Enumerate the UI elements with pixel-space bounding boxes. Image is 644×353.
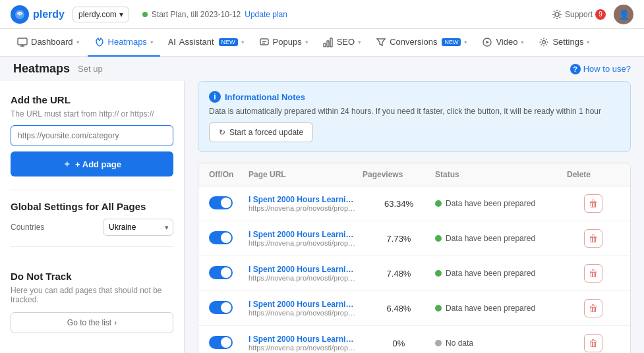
row-status-cell-4: No data — [435, 339, 567, 348]
nav-item-video[interactable]: Video ▾ — [475, 29, 531, 57]
help-label: How to use? — [583, 64, 631, 74]
add-page-label: + Add page — [75, 159, 121, 169]
nav-dropdown-icon: ▾ — [587, 39, 590, 45]
svg-point-1 — [19, 13, 21, 15]
trash-icon-2[interactable]: 🗑 — [584, 264, 602, 283]
row-pageviews-1: 7.73% — [363, 234, 435, 244]
assistant-badge: NEW — [219, 38, 238, 46]
nav-dropdown-icon: ▾ — [241, 39, 245, 45]
add-page-button[interactable]: ＋ + Add page — [11, 151, 173, 176]
flame-icon — [94, 37, 105, 47]
row-status-text-3: Data have been prepared — [446, 304, 535, 313]
row-url-cell: I Spent 2000 Hours Learning How To Learn… — [249, 335, 363, 352]
row-delete-btn-4[interactable]: 🗑 — [567, 334, 620, 352]
support-button[interactable]: Support 9 — [552, 9, 606, 20]
nav-item-popups[interactable]: Popups ▾ — [252, 29, 315, 57]
force-update-label: Start a forced update — [229, 128, 303, 137]
row-delete-btn-0[interactable]: 🗑 — [567, 194, 620, 213]
avatar[interactable]: 👤 — [614, 5, 633, 24]
row-status-cell-2: Data have been prepared — [435, 269, 567, 278]
row-status-dot-3 — [435, 305, 442, 312]
countries-label: Countries — [11, 223, 44, 232]
nav-label-popups: Popups — [273, 37, 302, 47]
setup-link[interactable]: Set up — [78, 64, 103, 74]
row-url-cell: I Spent 2000 Hours Learning How To Learn… — [249, 195, 363, 212]
update-plan-link[interactable]: Update plan — [245, 10, 287, 19]
row-toggle-cell — [209, 231, 249, 246]
row-toggle-2[interactable] — [209, 266, 233, 279]
row-toggle-cell — [209, 336, 249, 351]
row-url-cell: I Spent 2000 Hours Learning How To Learn… — [249, 265, 363, 282]
help-link[interactable]: ? How to use? — [570, 64, 631, 74]
trash-icon-3[interactable]: 🗑 — [584, 299, 602, 317]
nav-label-assistant: Assistant — [179, 37, 214, 47]
page-layout: Add the URL The URL must start from http… — [0, 81, 644, 353]
nav-label-heatmaps: Heatmaps — [108, 37, 147, 47]
main-nav: Dashboard ▾ Heatmaps ▾ AI Assistant NEW … — [0, 29, 644, 57]
countries-select[interactable]: Ukraine United States Germany France — [103, 219, 173, 236]
nav-label-video: Video — [496, 37, 517, 47]
row-status-dot-0 — [435, 200, 442, 207]
trash-icon-1[interactable]: 🗑 — [584, 229, 602, 248]
nav-item-dashboard[interactable]: Dashboard ▾ — [11, 29, 86, 57]
do-not-track-section: Do Not Track Here you can add pages that… — [11, 260, 173, 333]
table-row: I Spent 2000 Hours Learning How To Learn… — [198, 291, 630, 326]
table-row: I Spent 2000 Hours Learning How To Learn… — [198, 256, 630, 291]
row-toggle-cell — [209, 301, 249, 316]
goto-list-label: Go to the list — [67, 318, 111, 327]
nav-dropdown-icon: ▾ — [150, 39, 154, 45]
nav-item-assistant[interactable]: AI Assistant NEW ▾ — [161, 29, 251, 57]
site-selector[interactable]: plerdy.com ▾ — [73, 7, 129, 22]
row-toggle-4[interactable] — [209, 336, 233, 349]
row-delete-btn-2[interactable]: 🗑 — [567, 264, 620, 283]
nav-item-settings[interactable]: Settings ▾ — [532, 29, 597, 57]
info-text: Data is automatically prepared within 24… — [209, 107, 620, 116]
table-header: Off/On Page URL Pageviews Status Delete — [198, 163, 630, 186]
countries-select-wrap: Ukraine United States Germany France — [103, 219, 173, 236]
col-header-status: Status — [435, 170, 567, 179]
row-page-url-2: https://novena.pro/novosti/propal-rezhim… — [249, 274, 356, 282]
nav-dropdown-icon: ▾ — [521, 39, 524, 45]
table-row: I Spent 2000 Hours Learning How To Learn… — [198, 186, 630, 221]
col-header-toggle: Off/On — [209, 170, 249, 179]
info-icon: i — [209, 91, 221, 103]
row-page-link-4[interactable]: I Spent 2000 Hours Learning How To Learn… — [249, 335, 356, 344]
row-toggle-1[interactable] — [209, 231, 233, 244]
nav-item-conversions[interactable]: Conversions NEW ▾ — [369, 29, 474, 57]
url-input[interactable] — [11, 125, 173, 146]
row-page-url-0: https://novena.pro/novosti/propal-rezhim… — [249, 204, 356, 212]
row-pageviews-3: 6.48% — [363, 304, 435, 313]
nav-item-heatmaps[interactable]: Heatmaps ▾ — [88, 29, 160, 57]
force-update-button[interactable]: ↻ Start a forced update — [209, 122, 313, 142]
row-page-link-0[interactable]: I Spent 2000 Hours Learning How To Learn… — [249, 195, 356, 204]
row-delete-btn-1[interactable]: 🗑 — [567, 229, 620, 248]
nav-dropdown-icon: ▾ — [76, 39, 80, 45]
page-title: Heatmaps — [13, 62, 70, 76]
nav-dropdown-icon: ▾ — [358, 39, 361, 45]
funnel-icon — [376, 37, 386, 47]
trash-icon-4[interactable]: 🗑 — [584, 334, 602, 352]
row-page-link-2[interactable]: I Spent 2000 Hours Learning How To Learn… — [249, 265, 356, 274]
svg-rect-7 — [330, 38, 332, 47]
video-icon — [482, 37, 492, 47]
table-row: I Spent 2000 Hours Learning How To Learn… — [198, 221, 630, 256]
trash-icon-0[interactable]: 🗑 — [584, 194, 602, 213]
dnt-title: Do Not Track — [11, 271, 173, 282]
goto-list-button[interactable]: Go to the list › — [11, 312, 173, 333]
row-delete-btn-3[interactable]: 🗑 — [567, 299, 620, 317]
help-icon: ? — [570, 64, 581, 74]
row-status-text-0: Data have been prepared — [446, 199, 535, 208]
refresh-icon: ↻ — [219, 128, 225, 137]
svg-rect-3 — [18, 38, 27, 45]
row-toggle-0[interactable] — [209, 196, 233, 209]
plan-info: Start Plan, till 2023-10-12 Update plan — [142, 10, 287, 19]
row-page-link-1[interactable]: I Spent 2000 Hours Learning How To Learn… — [249, 230, 356, 239]
nav-item-seo[interactable]: SEO ▾ — [316, 29, 368, 57]
global-settings-section: Global Settings for All Pages Countries … — [11, 190, 173, 247]
row-status-text-1: Data have been prepared — [446, 234, 535, 243]
row-pageviews-4: 0% — [363, 339, 435, 348]
row-toggle-3[interactable] — [209, 301, 233, 314]
plan-text: Start Plan, till 2023-10-12 — [152, 10, 241, 19]
row-page-link-3[interactable]: I Spent 2000 Hours Learning How To Learn… — [249, 300, 356, 309]
row-status-cell-3: Data have been prepared — [435, 304, 567, 313]
